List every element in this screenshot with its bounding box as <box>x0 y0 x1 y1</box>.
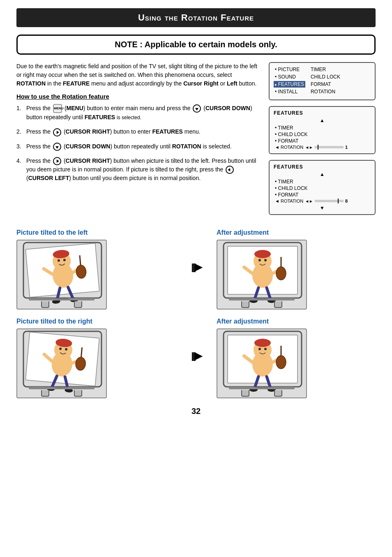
step-3-text: Press the (CURSOR DOWN) button repeatedl… <box>26 142 261 151</box>
illus-image-after-1: PHILIPS <box>217 240 307 310</box>
step-4: 4. Press the (CURSOR RIGHT) button when … <box>16 157 261 183</box>
tv-leg-left-2 <box>74 301 82 308</box>
step-1: 1. Press the MENU (MENU) button to enter… <box>16 104 261 122</box>
cursor-right-icon-1 <box>53 128 61 136</box>
illus-image-left-tilt: PHILIPS <box>16 240 107 310</box>
step-1-cursor-bold: CURSOR DOWN <box>205 105 250 111</box>
svg-point-20 <box>258 259 261 261</box>
right-column: PICTURE SOUND FEATURES INSTALL TIMER CHI… <box>269 62 376 221</box>
illus-label-right-tilt: Picture tilted to the right <box>16 318 175 325</box>
intro-text-2: in the <box>46 80 63 87</box>
menu-box-3-childlock: CHILD LOCK <box>274 185 371 192</box>
tv-leg-left-1 <box>41 301 49 308</box>
menu-box-2-label: FEATURES <box>274 110 371 116</box>
illus-block-left-tilt: Picture tilted to the left <box>16 229 175 310</box>
svg-point-19 <box>254 250 271 258</box>
svg-line-10 <box>80 255 81 265</box>
menu-box-2-rotation: ◄ ROTATION ◄► 1 <box>274 144 371 150</box>
rotation-value-2: 8 <box>345 199 348 203</box>
menu-box-2-up: ▲ <box>274 118 371 123</box>
tv-leg-after-1-1 <box>241 301 249 308</box>
illus-block-after-2: After adjustment <box>217 318 376 398</box>
tv-leg-right-2 <box>74 390 82 397</box>
tv-legs-right <box>41 390 82 397</box>
menu-box-3: FEATURES ▲ TIMER CHILD LOCK FORMAT ◄ ROT… <box>269 160 376 215</box>
menu-box-1: PICTURE SOUND FEATURES INSTALL TIMER CHI… <box>269 62 376 100</box>
bar-tick-2 <box>338 199 339 203</box>
menu-item-rotation-1: ROTATION <box>309 88 341 95</box>
step-2-num: 2. <box>16 127 24 136</box>
page-number: 32 <box>16 407 376 416</box>
step-1-num: 1. <box>16 104 24 113</box>
steps-list: 1. Press the MENU (MENU) button to enter… <box>16 104 261 183</box>
menu-item-childlock-1: CHILD LOCK <box>309 74 341 80</box>
intro-text-3: menu and adjust accordingly by the <box>90 80 183 87</box>
menu-box-1-row: PICTURE SOUND FEATURES INSTALL TIMER CHI… <box>274 66 371 95</box>
menu-item-format-1: FORMAT <box>309 81 341 88</box>
main-content: Due to the earth's magnetic field and po… <box>16 62 376 221</box>
svg-point-54 <box>276 356 286 369</box>
page-title-bar: Using the Rotation Feature <box>16 8 376 27</box>
intro-button: button. <box>238 80 257 87</box>
page-number-text: 32 <box>191 407 201 416</box>
illus-label-left-tilt: Picture tilted to the left <box>16 229 175 236</box>
tv-logo-after-1: PHILIPS <box>256 297 268 300</box>
tv-legs-after-1 <box>241 301 282 308</box>
intro-or: or <box>219 80 227 87</box>
illus-label-after-2: After adjustment <box>217 318 376 325</box>
svg-point-50 <box>258 348 261 350</box>
illus-block-after-1: After adjustment <box>217 229 376 310</box>
tv-legs-left <box>41 301 82 308</box>
tv-leg-after-1-2 <box>274 301 282 308</box>
step-2: 2. Press the (CURSOR RIGHT) button to en… <box>16 127 261 136</box>
step-3-rotation-bold: ROTATION <box>172 143 201 150</box>
step-4-text: Press the (CURSOR RIGHT) button when pic… <box>26 157 261 183</box>
menu-box-3-label: FEATURES <box>274 164 371 170</box>
tv-leg-after-2-1 <box>241 390 249 397</box>
intro-left: Left <box>227 80 238 87</box>
rotation-label-1: ◄ ROTATION <box>275 145 303 150</box>
menu-box-3-format: FORMAT <box>274 192 371 198</box>
intro-cursor-right: Cursor Right <box>183 80 219 87</box>
menu-icon: MENU <box>53 104 62 113</box>
arrow-left-to-after: |||▶ <box>184 229 208 273</box>
tv-legs-after-2 <box>241 390 282 397</box>
menu-box-2-childlock: CHILD LOCK <box>274 131 371 138</box>
menu-item-picture: PICTURE <box>274 66 305 73</box>
illus-image-right-tilt: PHILIPS <box>16 328 107 398</box>
step-1-selected: is selected. <box>117 115 141 120</box>
menu-box-2-format: FORMAT <box>274 138 371 144</box>
step-1-text: Press the MENU (MENU) button to enter ma… <box>26 104 261 122</box>
step-3-num: 3. <box>16 142 24 151</box>
cursor-down-icon-2 <box>53 143 61 151</box>
menu-box-3-up: ▲ <box>274 171 371 177</box>
step-2-cursor-bold: CURSOR RIGHT <box>66 128 110 135</box>
step-1-menu-bold: MENU <box>67 105 83 111</box>
step-2-text: Press the (CURSOR RIGHT) button to enter… <box>26 127 261 136</box>
cursor-right-icon-2 <box>53 157 61 165</box>
illustrations-section: Picture tilted to the left <box>16 229 376 398</box>
svg-point-24 <box>276 267 286 280</box>
menu-item-sound: SOUND <box>274 74 305 80</box>
rotation-bar-2 <box>315 200 344 202</box>
illus-row-2: Picture tilted to the right <box>16 318 376 398</box>
menu-box-1-right: TIMER CHILD LOCK FORMAT ROTATION <box>309 66 341 95</box>
rotation-arrows-2: ◄► <box>305 199 313 203</box>
tv-leg-after-2-2 <box>274 390 282 397</box>
illus-block-right-tilt: Picture tilted to the right <box>16 318 175 398</box>
svg-point-51 <box>264 348 267 350</box>
page-title: Using the Rotation Feature <box>25 12 367 23</box>
tv-logo-left: PHILIPS <box>55 297 68 300</box>
menu-item-install: INSTALL <box>274 88 305 95</box>
menu-box-3-timer: TIMER <box>274 178 371 185</box>
menu-box-2: FEATURES ▲ TIMER CHILD LOCK FORMAT ◄ ROT… <box>269 106 376 154</box>
rotation-value-1: 1 <box>345 145 348 150</box>
menu-box-3-rotation: ◄ ROTATION ◄► 8 <box>274 198 371 204</box>
svg-point-21 <box>264 259 267 261</box>
menu-box-3-down: ▼ <box>274 205 371 211</box>
arrow-icon-2: |||▶ <box>191 351 201 361</box>
step-3: 3. Press the (CURSOR DOWN) button repeat… <box>16 142 261 151</box>
intro-feature: FEATURE <box>63 80 90 87</box>
rotation-bar-1 <box>315 146 344 148</box>
rotation-label-2: ◄ ROTATION <box>275 199 303 203</box>
